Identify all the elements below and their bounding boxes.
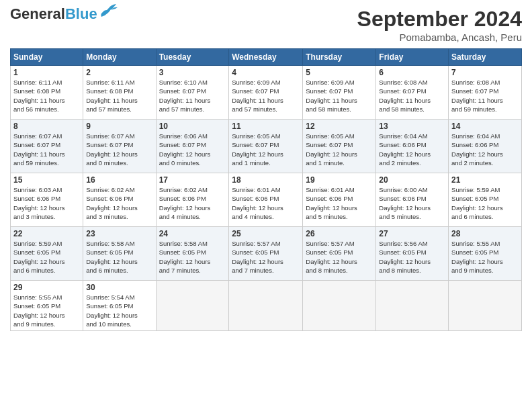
day-number: 13 <box>379 122 445 131</box>
month-title: September 2024 <box>357 7 522 32</box>
day-number: 16 <box>86 175 152 185</box>
title-block: September 2024 Pomabamba, Ancash, Peru <box>357 7 522 43</box>
calendar-week-row: 8Sunrise: 6:07 AM Sunset: 6:07 PM Daylig… <box>11 120 522 173</box>
day-number: 15 <box>13 175 80 185</box>
page-header: GeneralBlue September 2024 Pomabamba, An… <box>10 7 522 43</box>
calendar-cell: 18Sunrise: 6:01 AM Sunset: 6:06 PM Dayli… <box>229 173 303 227</box>
day-info: Sunrise: 5:58 AM Sunset: 6:05 PM Dayligh… <box>159 239 226 275</box>
calendar-day-header: Thursday <box>303 49 376 66</box>
day-number: 22 <box>13 229 80 238</box>
day-number: 29 <box>13 283 80 292</box>
calendar-cell: 23Sunrise: 5:58 AM Sunset: 6:05 PM Dayli… <box>83 227 156 281</box>
day-number: 9 <box>86 122 152 131</box>
calendar-cell: 3Sunrise: 6:10 AM Sunset: 6:07 PM Daylig… <box>156 66 229 120</box>
logo: GeneralBlue <box>10 7 118 21</box>
day-number: 20 <box>379 175 445 185</box>
day-info: Sunrise: 6:08 AM Sunset: 6:07 PM Dayligh… <box>379 78 445 113</box>
calendar-day-header: Wednesday <box>229 49 303 66</box>
day-number: 14 <box>451 122 519 131</box>
day-number: 2 <box>86 68 152 77</box>
day-info: Sunrise: 5:58 AM Sunset: 6:05 PM Dayligh… <box>86 239 152 275</box>
calendar-cell <box>376 281 449 331</box>
day-info: Sunrise: 6:04 AM Sunset: 6:06 PM Dayligh… <box>451 132 519 167</box>
day-number: 21 <box>451 175 519 185</box>
day-info: Sunrise: 5:59 AM Sunset: 6:05 PM Dayligh… <box>13 239 80 275</box>
calendar-day-header: Friday <box>376 49 449 66</box>
day-number: 12 <box>306 122 373 131</box>
calendar-week-row: 1Sunrise: 6:11 AM Sunset: 6:08 PM Daylig… <box>11 66 522 120</box>
calendar-cell: 20Sunrise: 6:00 AM Sunset: 6:06 PM Dayli… <box>376 173 449 227</box>
day-number: 10 <box>159 122 226 131</box>
day-info: Sunrise: 6:01 AM Sunset: 6:06 PM Dayligh… <box>306 185 373 221</box>
calendar-week-row: 29Sunrise: 5:55 AM Sunset: 6:05 PM Dayli… <box>11 281 522 331</box>
calendar-table: SundayMondayTuesdayWednesdayThursdayFrid… <box>10 48 522 331</box>
day-number: 28 <box>451 229 519 238</box>
logo-bird-icon <box>99 3 118 18</box>
calendar-cell: 19Sunrise: 6:01 AM Sunset: 6:06 PM Dayli… <box>303 173 376 227</box>
day-info: Sunrise: 5:57 AM Sunset: 6:05 PM Dayligh… <box>306 239 373 275</box>
location: Pomabamba, Ancash, Peru <box>357 32 522 43</box>
calendar-cell: 27Sunrise: 5:56 AM Sunset: 6:05 PM Dayli… <box>376 227 449 281</box>
day-info: Sunrise: 6:02 AM Sunset: 6:06 PM Dayligh… <box>159 185 226 221</box>
day-info: Sunrise: 6:05 AM Sunset: 6:07 PM Dayligh… <box>232 132 300 167</box>
calendar-cell: 28Sunrise: 5:55 AM Sunset: 6:05 PM Dayli… <box>449 227 522 281</box>
calendar-cell: 21Sunrise: 5:59 AM Sunset: 6:05 PM Dayli… <box>449 173 522 227</box>
calendar-week-row: 15Sunrise: 6:03 AM Sunset: 6:06 PM Dayli… <box>11 173 522 227</box>
calendar-cell: 29Sunrise: 5:55 AM Sunset: 6:05 PM Dayli… <box>11 281 83 331</box>
calendar-cell: 30Sunrise: 5:54 AM Sunset: 6:05 PM Dayli… <box>83 281 156 331</box>
calendar-cell: 10Sunrise: 6:06 AM Sunset: 6:07 PM Dayli… <box>156 120 229 173</box>
calendar-cell <box>156 281 229 331</box>
calendar-day-header: Monday <box>83 49 156 66</box>
calendar-cell: 22Sunrise: 5:59 AM Sunset: 6:05 PM Dayli… <box>11 227 83 281</box>
calendar-cell: 15Sunrise: 6:03 AM Sunset: 6:06 PM Dayli… <box>11 173 83 227</box>
calendar-cell: 7Sunrise: 6:08 AM Sunset: 6:07 PM Daylig… <box>449 66 522 120</box>
logo-text: GeneralBlue <box>10 7 97 21</box>
day-number: 19 <box>306 175 373 185</box>
day-info: Sunrise: 5:55 AM Sunset: 6:05 PM Dayligh… <box>451 239 519 275</box>
day-number: 5 <box>306 68 373 77</box>
calendar-cell: 12Sunrise: 6:05 AM Sunset: 6:07 PM Dayli… <box>303 120 376 173</box>
calendar-cell: 11Sunrise: 6:05 AM Sunset: 6:07 PM Dayli… <box>229 120 303 173</box>
day-info: Sunrise: 6:04 AM Sunset: 6:06 PM Dayligh… <box>379 132 445 167</box>
day-number: 8 <box>13 122 80 131</box>
calendar-week-row: 22Sunrise: 5:59 AM Sunset: 6:05 PM Dayli… <box>11 227 522 281</box>
day-number: 25 <box>232 229 300 238</box>
calendar-cell <box>449 281 522 331</box>
calendar-cell: 25Sunrise: 5:57 AM Sunset: 6:05 PM Dayli… <box>229 227 303 281</box>
day-number: 3 <box>159 68 226 77</box>
day-number: 24 <box>159 229 226 238</box>
day-info: Sunrise: 6:03 AM Sunset: 6:06 PM Dayligh… <box>13 185 80 221</box>
day-number: 4 <box>232 68 300 77</box>
day-info: Sunrise: 6:00 AM Sunset: 6:06 PM Dayligh… <box>379 185 445 221</box>
calendar-cell: 14Sunrise: 6:04 AM Sunset: 6:06 PM Dayli… <box>449 120 522 173</box>
day-info: Sunrise: 6:08 AM Sunset: 6:07 PM Dayligh… <box>451 78 519 113</box>
day-number: 1 <box>13 68 80 77</box>
calendar-cell: 9Sunrise: 6:07 AM Sunset: 6:07 PM Daylig… <box>83 120 156 173</box>
calendar-cell: 2Sunrise: 6:11 AM Sunset: 6:08 PM Daylig… <box>83 66 156 120</box>
day-info: Sunrise: 6:09 AM Sunset: 6:07 PM Dayligh… <box>232 78 300 113</box>
day-info: Sunrise: 6:01 AM Sunset: 6:06 PM Dayligh… <box>232 185 300 221</box>
day-info: Sunrise: 6:07 AM Sunset: 6:07 PM Dayligh… <box>13 132 80 167</box>
calendar-day-header: Tuesday <box>156 49 229 66</box>
day-number: 11 <box>232 122 300 131</box>
day-number: 18 <box>232 175 300 185</box>
day-info: Sunrise: 5:59 AM Sunset: 6:05 PM Dayligh… <box>451 185 519 221</box>
page-container: GeneralBlue September 2024 Pomabamba, An… <box>0 0 532 338</box>
calendar-cell <box>229 281 303 331</box>
day-number: 26 <box>306 229 373 238</box>
calendar-cell: 5Sunrise: 6:09 AM Sunset: 6:07 PM Daylig… <box>303 66 376 120</box>
day-number: 6 <box>379 68 445 77</box>
calendar-cell: 6Sunrise: 6:08 AM Sunset: 6:07 PM Daylig… <box>376 66 449 120</box>
day-info: Sunrise: 5:55 AM Sunset: 6:05 PM Dayligh… <box>13 293 80 328</box>
calendar-cell: 17Sunrise: 6:02 AM Sunset: 6:06 PM Dayli… <box>156 173 229 227</box>
day-info: Sunrise: 6:06 AM Sunset: 6:07 PM Dayligh… <box>159 132 226 167</box>
day-number: 30 <box>86 283 152 292</box>
day-number: 17 <box>159 175 226 185</box>
day-info: Sunrise: 6:05 AM Sunset: 6:07 PM Dayligh… <box>306 132 373 167</box>
calendar-cell: 8Sunrise: 6:07 AM Sunset: 6:07 PM Daylig… <box>11 120 83 173</box>
calendar-cell: 13Sunrise: 6:04 AM Sunset: 6:06 PM Dayli… <box>376 120 449 173</box>
day-info: Sunrise: 6:11 AM Sunset: 6:08 PM Dayligh… <box>13 78 80 113</box>
day-info: Sunrise: 6:10 AM Sunset: 6:07 PM Dayligh… <box>159 78 226 113</box>
calendar-day-header: Sunday <box>11 49 83 66</box>
calendar-header-row: SundayMondayTuesdayWednesdayThursdayFrid… <box>11 49 522 66</box>
